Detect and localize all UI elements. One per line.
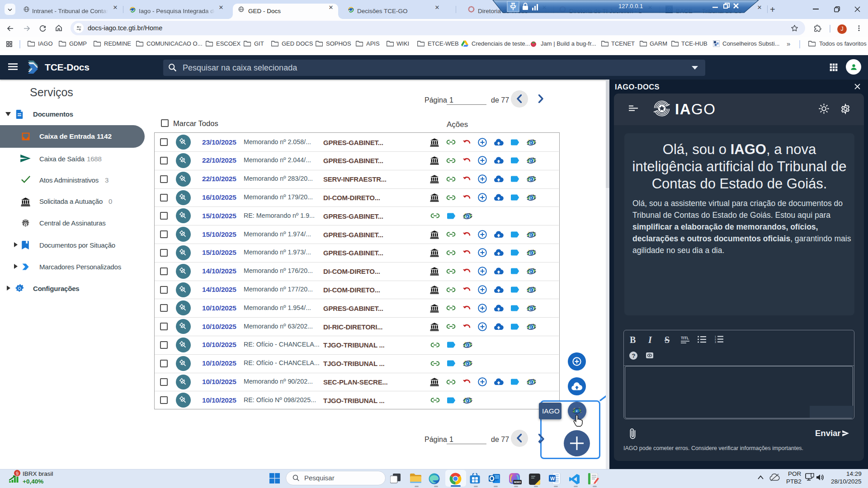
svg-text:TITL: TITL [681, 336, 689, 340]
svg-text:W: W [550, 476, 555, 481]
svg-text:127.0.0.1: 127.0.0.1 [618, 3, 643, 9]
svg-text:3: 3 [715, 341, 716, 343]
